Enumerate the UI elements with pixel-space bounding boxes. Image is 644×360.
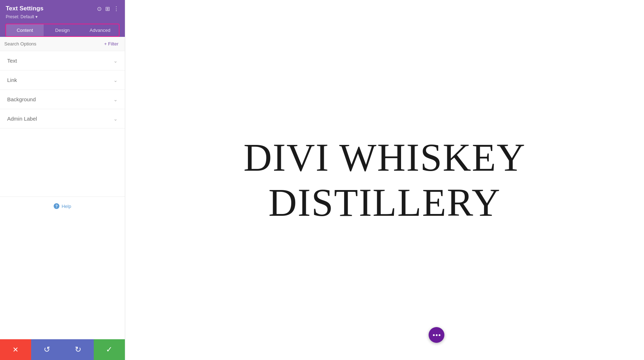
- headline-line1: DIVI WHISKEY: [244, 135, 526, 180]
- chevron-down-icon: ⌄: [113, 116, 118, 122]
- help-section: ? Help: [0, 196, 125, 215]
- chevron-down-icon: ⌄: [113, 58, 118, 64]
- undo-button[interactable]: ↺: [31, 339, 62, 360]
- panel-title: Text Settings: [6, 5, 43, 12]
- search-input[interactable]: [4, 41, 102, 47]
- tab-design[interactable]: Design: [44, 24, 81, 36]
- target-icon[interactable]: ⊙: [97, 5, 102, 12]
- accordion-link-label: Link: [7, 77, 17, 83]
- accordion-text: Text ⌄: [0, 51, 125, 70]
- filter-button[interactable]: + Filter: [102, 40, 121, 47]
- save-icon: ✓: [106, 345, 112, 354]
- redo-icon: ↻: [75, 345, 81, 354]
- accordion-link: Link ⌄: [0, 70, 125, 90]
- accordion-background: Background ⌄: [0, 90, 125, 109]
- tab-advanced[interactable]: Advanced: [81, 24, 119, 36]
- tab-content[interactable]: Content: [6, 24, 44, 36]
- cancel-button[interactable]: ✕: [0, 339, 31, 360]
- more-icon[interactable]: ⋮: [113, 5, 119, 12]
- save-button[interactable]: ✓: [94, 339, 125, 360]
- undo-icon: ↺: [44, 345, 50, 354]
- fab-button[interactable]: [429, 327, 444, 343]
- bottom-toolbar: ✕ ↺ ↻ ✓: [0, 339, 125, 360]
- grid-icon[interactable]: ⊞: [105, 5, 110, 12]
- accordion-background-label: Background: [7, 96, 36, 102]
- fab-icon: [433, 334, 440, 336]
- chevron-down-icon: ⌄: [113, 97, 118, 102]
- accordion-admin-label: Admin Label ⌄: [0, 109, 125, 128]
- accordion-admin-label-header[interactable]: Admin Label ⌄: [0, 109, 125, 128]
- accordion-text-header[interactable]: Text ⌄: [0, 51, 125, 70]
- headline-line2: DISTILLERY: [244, 180, 526, 225]
- accordion-text-label: Text: [7, 58, 17, 64]
- redo-button[interactable]: ↻: [63, 339, 94, 360]
- search-bar: + Filter: [0, 37, 125, 51]
- cancel-icon: ✕: [13, 345, 19, 354]
- help-icon: ?: [54, 203, 59, 209]
- header-icons: ⊙ ⊞ ⋮: [97, 5, 119, 12]
- chevron-down-icon: ⌄: [113, 77, 118, 83]
- help-label: Help: [62, 204, 71, 209]
- accordion-link-header[interactable]: Link ⌄: [0, 70, 125, 89]
- sidebar: Text Settings ⊙ ⊞ ⋮ Preset: Default ▾ Co…: [0, 0, 125, 360]
- preset-label[interactable]: Preset: Default ▾: [6, 14, 119, 19]
- tabs-bar: Content Design Advanced: [5, 24, 119, 37]
- sidebar-header-top: Text Settings ⊙ ⊞ ⋮: [6, 5, 119, 12]
- main-canvas: DIVI WHISKEY DISTILLERY: [125, 0, 644, 360]
- headline-text: DIVI WHISKEY DISTILLERY: [244, 135, 526, 225]
- accordion-list: Text ⌄ Link ⌄ Background ⌄ Admin Label ⌄: [0, 51, 125, 196]
- sidebar-header: Text Settings ⊙ ⊞ ⋮ Preset: Default ▾ Co…: [0, 0, 125, 37]
- help-button[interactable]: ? Help: [54, 203, 71, 209]
- accordion-admin-label-label: Admin Label: [7, 116, 37, 122]
- accordion-background-header[interactable]: Background ⌄: [0, 90, 125, 109]
